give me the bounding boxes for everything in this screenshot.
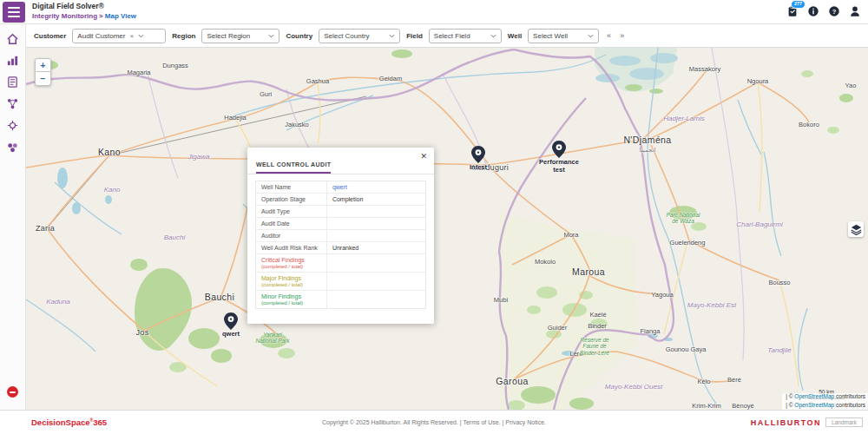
popup-header: WELL CONTROL AUDIT ✕ bbox=[247, 148, 434, 174]
audit-row-value bbox=[327, 254, 425, 272]
chevron-down-icon bbox=[138, 34, 144, 38]
breadcrumb-separator: > bbox=[99, 12, 103, 20]
audit-row-value bbox=[327, 291, 425, 308]
decisionspace-logo: DecisionSpace®365 bbox=[31, 418, 107, 427]
page-forward-icon[interactable]: » bbox=[620, 31, 625, 40]
map-pin-icon bbox=[224, 312, 238, 330]
audit-row-value[interactable]: qwert bbox=[327, 181, 425, 193]
audit-row-value bbox=[327, 230, 425, 241]
audit-row-label: Major Findings(completed / total) bbox=[256, 273, 327, 290]
breadcrumb-section[interactable]: Integrity Monitoring bbox=[32, 12, 97, 20]
breadcrumb-page[interactable]: Map View bbox=[105, 12, 136, 20]
audit-row: Audit Type bbox=[256, 206, 425, 218]
chevron-down-icon bbox=[268, 34, 274, 38]
datasets-icon[interactable] bbox=[6, 140, 20, 154]
audit-row-value: Completion bbox=[327, 194, 425, 205]
audit-row-label: Operation Stage bbox=[256, 194, 327, 205]
well-marker[interactable]: Intest bbox=[471, 146, 485, 163]
audit-row-label: Minor Findings(completed / total) bbox=[256, 291, 327, 308]
tasks-icon[interactable]: 277 bbox=[786, 5, 799, 17]
svg-text:?: ? bbox=[832, 8, 837, 16]
osm-link[interactable]: OpenStreetMap bbox=[794, 393, 834, 399]
field-select[interactable]: Select Field bbox=[429, 29, 502, 43]
popup-title-tab[interactable]: WELL CONTROL AUDIT bbox=[256, 161, 331, 174]
customer-label: Customer bbox=[34, 32, 66, 40]
page-back-icon[interactable]: « bbox=[607, 31, 612, 40]
audit-row: Well Nameqwert bbox=[256, 181, 425, 194]
close-icon[interactable]: ✕ bbox=[420, 152, 427, 161]
top-bar: Digital Field Solver® Integrity Monitori… bbox=[0, 0, 868, 24]
audit-row: Audit Date bbox=[256, 218, 425, 230]
landmark-logo: Landmark bbox=[825, 418, 863, 427]
country-placeholder: Select Country bbox=[324, 32, 385, 40]
well-marker[interactable]: Performance test bbox=[552, 141, 566, 158]
region-select[interactable]: Select Region bbox=[201, 29, 279, 43]
audit-row: Critical Findings(completed / total) bbox=[256, 254, 425, 273]
chevron-down-icon bbox=[588, 34, 594, 38]
audit-row-value bbox=[327, 206, 425, 217]
audit-table: Well NameqwertOperation StageCompletionA… bbox=[255, 181, 426, 309]
tasks-count-badge: 277 bbox=[791, 0, 806, 9]
well-label: Well bbox=[508, 32, 522, 40]
audit-row: Minor Findings(completed / total) bbox=[256, 291, 425, 308]
footer-brands: HALLIBURTON Landmark bbox=[751, 418, 863, 427]
well-control-audit-popup: WELL CONTROL AUDIT ✕ Well NameqwertOpera… bbox=[247, 148, 434, 324]
customer-clear-icon[interactable]: × bbox=[129, 32, 134, 40]
left-sidebar bbox=[0, 24, 26, 410]
well-placeholder: Select Well bbox=[533, 32, 583, 40]
network-icon[interactable] bbox=[6, 96, 20, 110]
map-canvas[interactable]: MagariaDungassGashuaGeidamGuriHadejiaJak… bbox=[26, 48, 868, 410]
reports-icon[interactable] bbox=[6, 75, 20, 89]
zoom-in-button[interactable]: + bbox=[35, 58, 51, 72]
region-label: Region bbox=[172, 32, 195, 40]
country-label: Country bbox=[286, 32, 312, 40]
audit-row-value bbox=[327, 218, 425, 229]
field-placeholder: Select Field bbox=[434, 32, 486, 40]
info-icon[interactable] bbox=[807, 5, 819, 17]
audit-row: Major Findings(completed / total) bbox=[256, 273, 425, 291]
layers-icon[interactable] bbox=[848, 221, 864, 237]
map-attribution: | © OpenStreetMap contributors | © OpenS… bbox=[782, 393, 868, 410]
map-pin-icon bbox=[471, 146, 485, 163]
help-icon[interactable]: ? bbox=[828, 5, 840, 17]
osm-link[interactable]: OpenStreetMap bbox=[794, 402, 834, 408]
analytics-icon[interactable] bbox=[6, 53, 20, 67]
map-pin-icon bbox=[552, 141, 566, 158]
audit-row: Operation StageCompletion bbox=[256, 194, 425, 206]
well-marker-label: Intest bbox=[470, 164, 487, 172]
user-icon[interactable] bbox=[849, 5, 861, 17]
well-marker-label: qwert bbox=[222, 331, 240, 339]
audit-row-label: Well Audit Risk Rank bbox=[256, 242, 327, 253]
audit-row-label: Auditor bbox=[256, 230, 327, 241]
filter-bar: Customer Audit Customer × Region Select … bbox=[26, 24, 868, 48]
app-title: Digital Field Solver® bbox=[32, 2, 136, 10]
copyright-text: Copyright © 2025 Halliburton. All Rights… bbox=[322, 419, 546, 425]
customer-value: Audit Customer bbox=[77, 32, 125, 40]
hamburger-menu-button[interactable] bbox=[3, 2, 25, 23]
main-area: Customer Audit Customer × Region Select … bbox=[26, 24, 868, 410]
workflow-icon[interactable] bbox=[6, 118, 20, 132]
map-zoom-control: + − bbox=[35, 58, 51, 86]
audit-row-label: Critical Findings(completed / total) bbox=[256, 254, 327, 272]
well-marker[interactable]: qwert bbox=[224, 312, 238, 330]
country-select[interactable]: Select Country bbox=[319, 29, 400, 43]
region-placeholder: Select Region bbox=[207, 32, 264, 40]
audit-row: Auditor bbox=[256, 230, 425, 242]
topbar-actions: 277 ? bbox=[786, 5, 861, 17]
footer: DecisionSpace®365 Copyright © 2025 Halli… bbox=[0, 410, 868, 434]
home-icon[interactable] bbox=[6, 31, 20, 45]
basemap bbox=[26, 48, 868, 410]
field-label: Field bbox=[406, 32, 423, 40]
feedback-icon[interactable] bbox=[7, 386, 18, 398]
audit-row-label: Audit Date bbox=[256, 218, 327, 229]
customer-select[interactable]: Audit Customer × bbox=[72, 29, 166, 43]
halliburton-logo: HALLIBURTON bbox=[751, 418, 821, 427]
audit-row-value bbox=[327, 273, 425, 290]
audit-row-label: Well Name bbox=[256, 181, 327, 193]
zoom-out-button[interactable]: − bbox=[35, 72, 51, 86]
audit-row: Well Audit Risk RankUnranked bbox=[256, 242, 425, 254]
well-marker-label: Performance test bbox=[539, 159, 579, 174]
well-select[interactable]: Select Well bbox=[528, 29, 599, 43]
chevron-down-icon bbox=[389, 34, 395, 38]
audit-row-label: Audit Type bbox=[256, 206, 327, 217]
